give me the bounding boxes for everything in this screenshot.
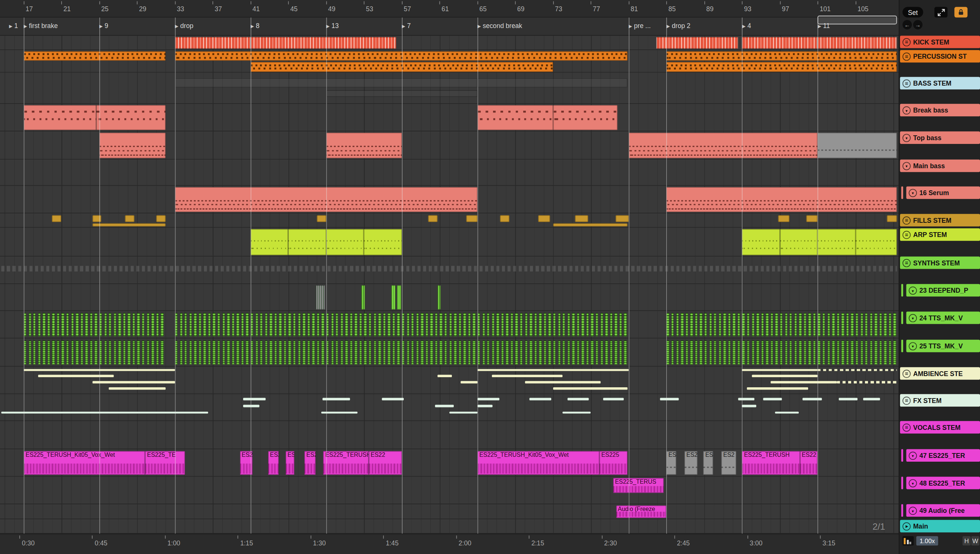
audio-chop[interactable] <box>591 313 593 337</box>
audio-chop[interactable] <box>142 340 145 365</box>
clip[interactable] <box>780 229 818 255</box>
audio-chop[interactable] <box>875 340 877 365</box>
audio-chop[interactable] <box>690 340 693 365</box>
group-fold-icon[interactable]: ≡ <box>903 259 911 267</box>
audio-chop[interactable] <box>473 313 476 337</box>
audio-chop[interactable] <box>345 340 348 365</box>
audio-chop[interactable] <box>530 313 532 337</box>
thin-clip[interactable] <box>109 387 165 390</box>
thin-clip[interactable] <box>553 387 628 390</box>
output-meter-icon[interactable] <box>903 536 914 545</box>
clip[interactable]: ES2 <box>684 451 698 475</box>
clip[interactable] <box>156 215 165 222</box>
lane-49-audio-free[interactable] <box>0 504 899 519</box>
thin-clip[interactable] <box>818 369 897 372</box>
audio-chop[interactable] <box>393 340 395 365</box>
thin-clip[interactable] <box>438 375 452 378</box>
locator-drop[interactable]: ▶drop <box>175 22 194 30</box>
audio-chop[interactable] <box>685 340 688 365</box>
track-header-ambience-ste[interactable]: ≡AMBIENCE STE <box>900 367 980 380</box>
audio-chop[interactable] <box>747 313 749 337</box>
audio-chop[interactable] <box>147 340 150 365</box>
audio-chop[interactable] <box>870 313 872 337</box>
clip[interactable] <box>616 215 628 222</box>
clip[interactable] <box>24 51 166 61</box>
audio-chop[interactable] <box>38 313 40 337</box>
track-header-bass-stem[interactable]: ≡BASS STEM <box>900 77 980 89</box>
thin-clip[interactable] <box>321 411 357 414</box>
audio-chop[interactable] <box>255 313 258 337</box>
clip[interactable] <box>96 105 165 130</box>
audio-chop[interactable] <box>279 340 282 365</box>
thin-clip[interactable] <box>38 375 113 378</box>
audio-chop[interactable] <box>511 340 513 365</box>
audio-chop[interactable] <box>765 313 768 337</box>
lane-main-bass[interactable] <box>0 160 899 186</box>
audio-chop[interactable] <box>492 340 494 365</box>
audio-chop[interactable] <box>203 340 206 365</box>
clip[interactable] <box>99 133 165 158</box>
audio-chop[interactable] <box>80 340 83 365</box>
audio-chop[interactable] <box>520 313 522 337</box>
audio-chop[interactable] <box>861 340 863 365</box>
audio-chop[interactable] <box>591 340 593 365</box>
clip[interactable] <box>125 215 134 222</box>
clip[interactable] <box>818 229 856 255</box>
audio-chop[interactable] <box>383 313 385 337</box>
thin-clip[interactable] <box>738 398 754 400</box>
audio-chop[interactable] <box>321 313 324 337</box>
audio-chop[interactable] <box>48 340 50 365</box>
audio-chop[interactable] <box>185 313 187 337</box>
audio-chop[interactable] <box>861 313 863 337</box>
thin-clip[interactable] <box>460 381 478 383</box>
clip[interactable] <box>52 215 61 222</box>
audio-chop[interactable] <box>709 340 712 365</box>
audio-chop[interactable] <box>52 340 54 365</box>
audio-chop[interactable] <box>180 340 182 365</box>
audio-chop[interactable] <box>222 313 225 337</box>
clip[interactable]: ES225_TERUSH <box>323 451 369 475</box>
clip[interactable]: ES225_TE <box>145 451 185 475</box>
locator-pre[interactable]: ▶pre ... <box>628 22 651 30</box>
clip[interactable] <box>317 215 326 222</box>
audio-chop[interactable] <box>596 313 598 337</box>
audio-chop[interactable] <box>123 340 126 365</box>
audio-chop[interactable] <box>724 313 726 337</box>
locator-8[interactable]: ▶8 <box>251 22 259 30</box>
clip[interactable] <box>24 105 96 130</box>
audio-chop[interactable] <box>94 340 97 365</box>
audio-chop[interactable] <box>709 313 712 337</box>
audio-chop[interactable] <box>582 313 584 337</box>
audio-chop[interactable] <box>260 340 262 365</box>
thin-clip[interactable] <box>660 398 679 400</box>
audio-chop[interactable] <box>728 313 730 337</box>
audio-chop[interactable] <box>553 340 556 365</box>
track-header-48-es225-ter[interactable]: ▼48 ES225_TER <box>907 477 980 489</box>
audio-chop[interactable] <box>624 340 627 365</box>
audio-chop[interactable] <box>506 340 508 365</box>
audio-chop[interactable] <box>832 340 835 365</box>
locator-13[interactable]: ▶13 <box>326 22 339 30</box>
audio-chop[interactable] <box>133 340 135 365</box>
audio-chop[interactable] <box>747 340 749 365</box>
audio-chop[interactable] <box>52 313 54 337</box>
audio-chop[interactable] <box>879 313 882 337</box>
audio-chop[interactable] <box>397 313 399 337</box>
clip[interactable]: ES225_TERUS <box>613 478 663 493</box>
clip[interactable] <box>628 133 818 158</box>
audio-chop[interactable] <box>43 340 45 365</box>
audio-chop[interactable] <box>562 313 565 337</box>
audio-chop[interactable] <box>856 313 858 337</box>
audio-chop[interactable] <box>548 340 551 365</box>
audio-chop[interactable] <box>610 313 612 337</box>
audio-chop[interactable] <box>870 340 872 365</box>
audio-chop[interactable] <box>756 313 759 337</box>
audio-chop[interactable] <box>66 340 69 365</box>
audio-chop[interactable] <box>369 340 371 365</box>
audio-chop[interactable] <box>279 313 282 337</box>
audio-chop[interactable] <box>671 313 674 337</box>
track-header-main-bass[interactable]: ▼Main bass <box>900 160 980 172</box>
track-header-fills-stem[interactable]: ≡FILLS STEM <box>900 214 980 226</box>
audio-chop[interactable] <box>222 340 225 365</box>
audio-chop[interactable] <box>582 340 584 365</box>
